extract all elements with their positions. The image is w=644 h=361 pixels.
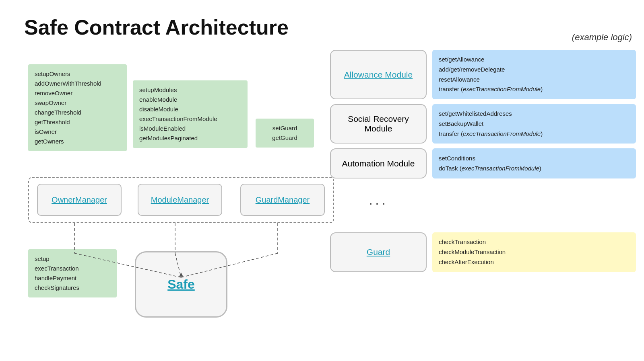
social-recovery-module-desc: set/getWhitelistedAddresessetBackupWalle… (432, 104, 636, 144)
automation-module-desc: setConditionsdoTask (execTransactionFrom… (432, 148, 636, 178)
module-manager-link[interactable]: ModuleManager (151, 195, 209, 205)
social-recovery-module-label: Social Recovery Module (336, 114, 420, 133)
guard-desc: checkTransactioncheckModuleTransactionch… (432, 232, 636, 272)
automation-module-row: Automation Module setConditionsdoTask (e… (330, 148, 636, 178)
guard-link[interactable]: Guard (367, 247, 390, 257)
guard-row: Guard checkTransactioncheckModuleTransac… (330, 232, 636, 272)
automation-module-box: Automation Module (330, 148, 427, 178)
guard-manager-box[interactable]: GuardManager (240, 184, 325, 216)
example-logic-label: (example logic) (330, 32, 636, 43)
page-title: Safe Contract Architecture (24, 15, 289, 39)
guard-box[interactable]: Guard (330, 232, 427, 272)
owner-manager-link[interactable]: OwnerManager (52, 195, 107, 205)
safe-box[interactable]: Safe (135, 251, 227, 318)
allowance-module-desc: set/getAllowanceadd/get/removeDelegatere… (432, 50, 636, 99)
guard-method-box: setGuardgetGuard (256, 119, 314, 148)
social-recovery-module-box: Social Recovery Module (330, 104, 427, 144)
owners-method-box: setupOwnersaddOwnerWithThresholdremoveOw… (28, 64, 127, 151)
safe-method-box: setupexecTransactionhandlePaymentcheckSi… (28, 249, 117, 297)
safe-link[interactable]: Safe (167, 277, 195, 292)
allowance-module-row: Allowance Module set/getAllowanceadd/get… (330, 50, 636, 99)
manager-container: OwnerManager ModuleManager GuardManager (28, 177, 334, 223)
diagram-right: (example logic) Allowance Module set/get… (330, 32, 636, 272)
guard-manager-link[interactable]: GuardManager (256, 195, 310, 205)
diagram-left: setupOwnersaddOwnerWithThresholdremoveOw… (24, 52, 334, 342)
social-recovery-module-row: Social Recovery Module set/getWhiteliste… (330, 104, 636, 144)
allowance-module-link[interactable]: Allowance Module (344, 70, 413, 80)
modules-method-box: setupModulesenableModuledisableModuleexe… (133, 80, 248, 148)
module-manager-box[interactable]: ModuleManager (138, 184, 222, 216)
allowance-module-box[interactable]: Allowance Module (330, 50, 427, 99)
automation-module-label: Automation Module (342, 159, 415, 168)
ellipsis: ... (330, 183, 427, 220)
owner-manager-box[interactable]: OwnerManager (37, 184, 122, 216)
